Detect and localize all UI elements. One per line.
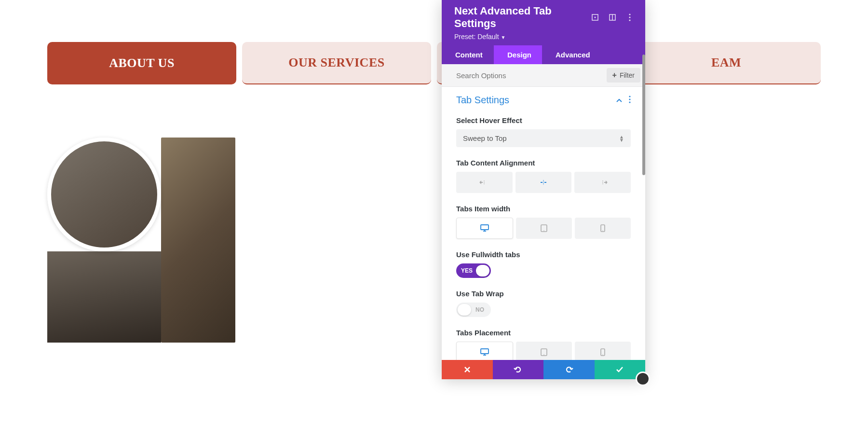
svg-point-9: [629, 101, 630, 103]
filter-label: Filter: [620, 71, 635, 79]
tab-wrap-toggle[interactable]: NO: [456, 303, 491, 317]
fullwidth-toggle[interactable]: YES: [456, 263, 491, 278]
nav-tabs: ABOUT US OUR SERVICES TRUSTED US EAM: [47, 42, 821, 84]
field-tab-wrap: Use Tab Wrap NO: [456, 289, 631, 317]
field-hover-effect: Select Hover Effect Sweep to Top ▲▼: [456, 116, 631, 147]
panel-tab-nav: Content Design Advanced: [442, 45, 645, 64]
expand-icon[interactable]: [591, 14, 599, 21]
toggle-no-text: NO: [475, 306, 484, 313]
undo-button[interactable]: [493, 360, 544, 379]
section-menu-icon[interactable]: [629, 96, 631, 105]
svg-point-7: [629, 96, 630, 97]
svg-point-4: [629, 14, 630, 15]
svg-rect-17: [481, 225, 488, 230]
content-align-label: Tab Content Alignment: [456, 159, 631, 167]
section-title: Tab Settings: [456, 95, 509, 106]
svg-point-8: [629, 98, 630, 100]
align-right-button[interactable]: [574, 172, 631, 193]
device-desktop-button[interactable]: [456, 218, 513, 239]
device-tablet-button[interactable]: [516, 218, 572, 239]
field-item-width: Tabs Item width: [456, 205, 631, 239]
preset-label: Preset: Default: [454, 33, 499, 41]
tab-our-services[interactable]: OUR SERVICES: [242, 42, 431, 84]
device-phone-button[interactable]: [575, 218, 631, 239]
item-width-label: Tabs Item width: [456, 205, 631, 213]
device-width-buttons: [456, 218, 631, 239]
svg-point-1: [595, 17, 596, 18]
search-input[interactable]: [456, 71, 607, 80]
panel-tab-design[interactable]: Design: [494, 45, 542, 64]
panel-tab-content[interactable]: Content: [442, 45, 494, 64]
content-image: [47, 138, 235, 343]
panel-tab-advanced[interactable]: Advanced: [542, 45, 600, 64]
svg-point-23: [602, 230, 603, 231]
hover-effect-label: Select Hover Effect: [456, 116, 631, 124]
field-fullwidth: Use Fullwidth tabs YES: [456, 250, 631, 278]
preset-selector[interactable]: Preset: Default▼: [454, 33, 634, 41]
toggle-yes-text: YES: [461, 267, 473, 274]
header-actions: [591, 14, 634, 21]
close-button[interactable]: [442, 360, 493, 379]
alignment-buttons: [456, 172, 631, 193]
tabs-placement-label: Tabs Placement: [456, 329, 631, 337]
field-content-alignment: Tab Content Alignment: [456, 159, 631, 193]
scrollbar[interactable]: [642, 55, 645, 175]
settings-panel: Next Advanced Tab Settings Preset: Defau…: [442, 0, 645, 379]
panel-header: Next Advanced Tab Settings Preset: Defau…: [442, 0, 645, 45]
notification-badge[interactable]: [636, 372, 650, 386]
chevron-up-icon[interactable]: [616, 96, 622, 104]
panel-title: Next Advanced Tab Settings: [454, 5, 591, 30]
align-center-button[interactable]: [515, 172, 572, 193]
svg-point-30: [602, 354, 603, 355]
section-actions: [616, 96, 631, 105]
toggle-knob: [458, 304, 471, 316]
panel-footer: [442, 360, 645, 379]
tab-team-partial[interactable]: EAM: [632, 42, 821, 84]
svg-point-6: [629, 19, 630, 21]
image-lower: [47, 251, 161, 343]
toggle-knob: [476, 265, 489, 276]
svg-point-21: [543, 230, 544, 231]
hover-effect-value: Sweep to Top: [463, 134, 507, 142]
field-tabs-placement: Tabs Placement: [456, 329, 631, 363]
tab-about-us[interactable]: ABOUT US: [47, 42, 236, 84]
columns-icon[interactable]: [609, 14, 616, 21]
align-left-button[interactable]: [456, 172, 513, 193]
search-filter-row: + Filter: [442, 64, 645, 87]
close-icon: [464, 366, 471, 373]
panel-body: Tab Settings Select Hover Effect Sweep t…: [442, 87, 645, 379]
caret-down-icon: ▼: [501, 35, 506, 40]
redo-icon: [565, 366, 573, 373]
menu-dots-icon[interactable]: [626, 14, 634, 21]
svg-point-28: [543, 354, 544, 355]
svg-point-5: [629, 16, 630, 18]
fullwidth-label: Use Fullwidth tabs: [456, 250, 631, 259]
image-main: [161, 138, 235, 343]
check-icon: [616, 366, 624, 373]
tab-wrap-label: Use Tab Wrap: [456, 289, 631, 298]
hover-effect-select[interactable]: Sweep to Top ▲▼: [456, 129, 631, 147]
plus-icon: +: [612, 71, 617, 79]
tab-content: [47, 138, 821, 343]
select-caret-icon: ▲▼: [619, 135, 624, 142]
image-circle: [47, 138, 161, 251]
undo-icon: [514, 366, 522, 373]
svg-rect-24: [481, 349, 488, 354]
redo-button[interactable]: [543, 360, 595, 379]
filter-button[interactable]: + Filter: [607, 68, 640, 83]
page-preview: ABOUT US OUR SERVICES TRUSTED US EAM: [0, 0, 868, 441]
section-header[interactable]: Tab Settings: [456, 95, 631, 106]
